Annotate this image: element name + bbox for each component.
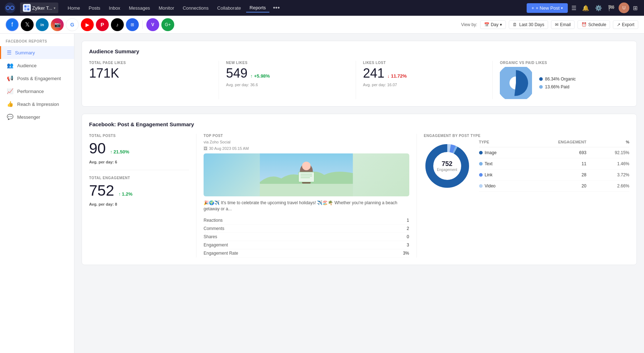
nav-collaborate[interactable]: Collaborate: [214, 4, 245, 12]
view-by-value: Day: [491, 22, 498, 27]
col-pct-header: %: [586, 140, 629, 144]
post-engagement-row: Engagement 3: [204, 241, 409, 249]
total-posts-avg: Avg. per day: 6: [89, 160, 189, 164]
schedule-button[interactable]: ⏰ Schedule: [577, 20, 610, 29]
image-pct: 92.15%: [586, 150, 629, 155]
likes-lost-label: LIKES LOST: [363, 61, 486, 65]
post-reactions-row: Reactions 1: [204, 216, 409, 225]
google-button[interactable]: G: [66, 18, 79, 31]
greenplus-button[interactable]: G+: [161, 18, 174, 31]
organic-paid-pie: [500, 67, 532, 99]
settings-icon[interactable]: ⚙️: [593, 3, 604, 13]
organic-dot: [539, 77, 543, 81]
total-posts-value: 90: [89, 140, 106, 157]
user-avatar[interactable]: U: [619, 3, 629, 13]
view-by-label: View by:: [461, 22, 477, 27]
shares-value: 0: [407, 234, 409, 239]
view-by-button[interactable]: 📅 Day ▾: [480, 20, 506, 29]
video-pct: 2.66%: [586, 183, 629, 188]
social-divider: [142, 20, 143, 29]
organic-paid-stat: ORGANIC VS PAID LIKES: [493, 61, 629, 99]
nav-posts[interactable]: Posts: [85, 4, 104, 12]
engagement-rate-label: Engagement Rate: [204, 251, 238, 256]
tiktok-button[interactable]: ♪: [111, 18, 124, 31]
engagement-row-text: Text 11 1.46%: [479, 158, 630, 170]
email-icon: ✉: [555, 22, 558, 27]
new-post-button[interactable]: + + New Post ▾: [527, 3, 568, 13]
total-engagement-change: ↑ 1.2%: [118, 191, 132, 197]
link-engagement: 28: [543, 172, 586, 177]
main-layout: FACEBOOK REPORTS ☰ Summary 👥 Audience 📢 …: [0, 34, 644, 353]
nav-monitor[interactable]: Monitor: [155, 4, 177, 12]
pinterest-button[interactable]: P: [96, 18, 109, 31]
type-text: Text: [479, 161, 543, 166]
engagement-row-image: Image 693 92.15%: [479, 147, 630, 158]
engagement-up-arrow: ↑: [118, 191, 121, 197]
sidebar-label-performance: Performance: [17, 89, 44, 94]
sidebar-item-messenger[interactable]: 💬 Messenger: [0, 111, 74, 123]
view-by-icon: 📅: [484, 22, 489, 27]
posts-stats-column: TOTAL POSTS 90 ↑ 21.50% Avg. per day: 6 …: [89, 134, 196, 258]
new-post-icon: +: [532, 5, 535, 11]
image-icon: 🖼: [204, 146, 208, 151]
sidebar-label-posts-engagement: Posts & Engagement: [17, 76, 61, 81]
nav-inbox[interactable]: Inbox: [105, 4, 124, 12]
post-engagement-rate-row: Engagement Rate 3%: [204, 249, 409, 258]
organic-paid-chart: 86.34% Organic 13.66% Paid: [500, 67, 622, 99]
paid-dot: [539, 85, 543, 89]
youtube-button[interactable]: ▶: [81, 18, 94, 31]
nav-more-button[interactable]: •••: [271, 4, 282, 12]
posts-up-arrow: ↑: [110, 149, 113, 155]
facebook-button[interactable]: f: [6, 18, 19, 31]
sidebar-item-reach-impression[interactable]: 👍 Reach & Impression: [0, 98, 74, 111]
engagement-by-type-column: ENGAGEMENT BY POST TYPE: [417, 134, 630, 258]
posts-engagement-icon: 📢: [7, 75, 14, 82]
top-post-time: 🖼 30 Aug 2023 05:15 AM: [204, 146, 409, 151]
brand-switcher[interactable]: Zylker T... ▾: [20, 3, 58, 13]
flag-icon[interactable]: 🏁: [606, 3, 617, 13]
total-engagement-avg: Avg. per day: 8: [89, 202, 189, 206]
engagement-value: 3: [407, 242, 409, 247]
donut-total: 752: [437, 160, 457, 168]
link-dot: [479, 173, 483, 177]
type-link: Link: [479, 172, 543, 177]
nav-messages[interactable]: Messages: [125, 4, 153, 12]
linkedin-button[interactable]: in: [36, 18, 49, 31]
text-pct: 1.46%: [586, 161, 629, 166]
col-type-header: TYPE: [479, 140, 543, 144]
sidebar-item-audience[interactable]: 👥 Audience: [0, 59, 74, 72]
calendar-icon: 🗓: [513, 22, 517, 27]
sidebar-item-summary[interactable]: ☰ Summary: [0, 46, 74, 59]
bell-icon[interactable]: 🔔: [580, 3, 591, 13]
grid-icon[interactable]: ⊞: [631, 3, 640, 13]
type-image: Image: [479, 150, 543, 155]
new-likes-avg: Avg. per day: 36.6: [226, 83, 348, 87]
likes-lost-value: 241: [363, 67, 385, 80]
email-button[interactable]: ✉ Email: [551, 20, 575, 29]
ms365-button[interactable]: ⊞: [126, 18, 139, 31]
donut-chart-area: 752 Engagement TYPE ENGAGEMENT %: [424, 140, 630, 192]
reach-icon: 👍: [7, 101, 14, 107]
sidebar-item-posts-engagement[interactable]: 📢 Posts & Engagement: [0, 72, 74, 85]
video-dot: [479, 184, 483, 188]
nav-home[interactable]: Home: [64, 4, 84, 12]
main-content: Audience Summary TOTAL PAGE LIKES 171K N…: [74, 34, 644, 353]
nav-reports[interactable]: Reports: [246, 4, 270, 13]
total-posts-label: TOTAL POSTS: [89, 134, 189, 138]
stats-separator: [89, 170, 189, 170]
hamburger-icon[interactable]: ☰: [569, 3, 579, 13]
date-range-button[interactable]: 🗓 Last 30 Days: [509, 20, 548, 29]
vimeo-button[interactable]: V: [146, 18, 159, 31]
export-button[interactable]: ↗ Export: [613, 20, 638, 29]
social-platform-bar: f 𝕏 in 📷 G ▶ P ♪ ⊞ V G+ View by: 📅 Day ▾…: [0, 16, 644, 34]
performance-icon: 📈: [7, 88, 14, 94]
total-page-likes-value: 171K: [89, 67, 211, 80]
likes-lost-stat: LIKES LOST 241 ↓ 11.72% Avg. per day: 16…: [356, 61, 493, 99]
post-engagement-card: Facebook: Post & Engagement Summary TOTA…: [82, 114, 637, 265]
sidebar-item-performance[interactable]: 📈 Performance: [0, 85, 74, 98]
date-range-value: Last 30 Days: [519, 22, 544, 27]
instagram-button[interactable]: 📷: [51, 18, 64, 31]
nav-connections[interactable]: Connections: [179, 4, 212, 12]
col-engagement-header: ENGAGEMENT: [543, 140, 586, 144]
twitter-button[interactable]: 𝕏: [21, 18, 34, 31]
